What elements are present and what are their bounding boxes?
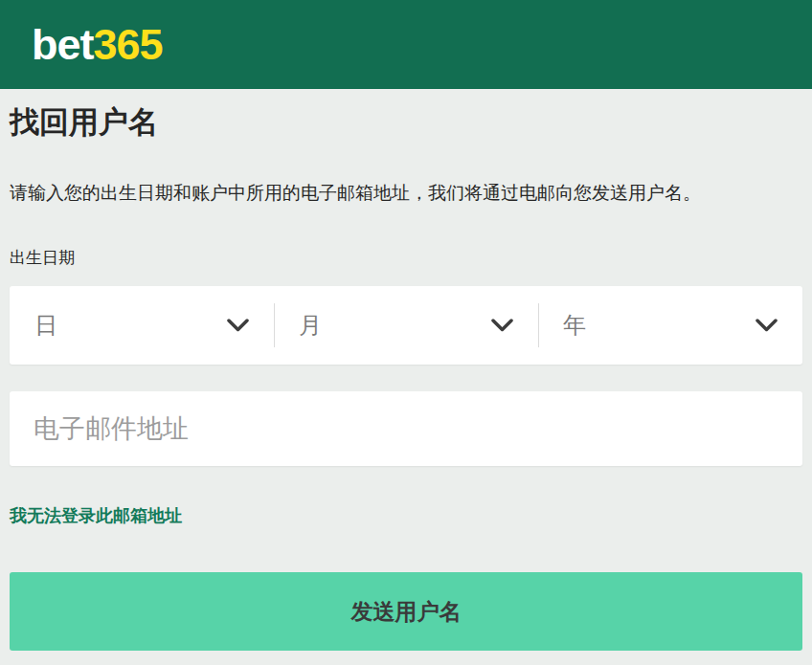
year-select-label: 年 — [563, 310, 586, 341]
day-select-label: 日 — [34, 310, 57, 341]
instruction-text: 请输入您的出生日期和账户中所用的电子邮箱地址，我们将通过电邮向您发送用户名。 — [10, 181, 802, 206]
send-username-button[interactable]: 发送用户名 — [10, 572, 802, 651]
chevron-down-icon — [491, 319, 513, 332]
main-content: 找回用户名 请输入您的出生日期和账户中所用的电子邮箱地址，我们将通过电邮向您发送… — [0, 104, 812, 651]
month-select[interactable]: 月 — [274, 286, 538, 365]
bet365-logo[interactable]: bet365 — [32, 23, 163, 66]
date-of-birth-row: 日 月 年 — [10, 286, 802, 365]
chevron-down-icon — [756, 319, 778, 332]
logo-text-365: 365 — [94, 20, 163, 69]
app-header: bet365 — [0, 0, 812, 89]
chevron-down-icon — [227, 319, 249, 332]
year-select[interactable]: 年 — [538, 286, 802, 365]
month-select-label: 月 — [299, 310, 322, 341]
page-title: 找回用户名 — [10, 104, 802, 141]
date-of-birth-label: 出生日期 — [10, 248, 802, 269]
email-address-input[interactable] — [10, 391, 802, 466]
logo-text-bet: bet — [32, 20, 94, 69]
cant-access-email-link[interactable]: 我无法登录此邮箱地址 — [10, 504, 182, 527]
day-select[interactable]: 日 — [10, 286, 274, 365]
